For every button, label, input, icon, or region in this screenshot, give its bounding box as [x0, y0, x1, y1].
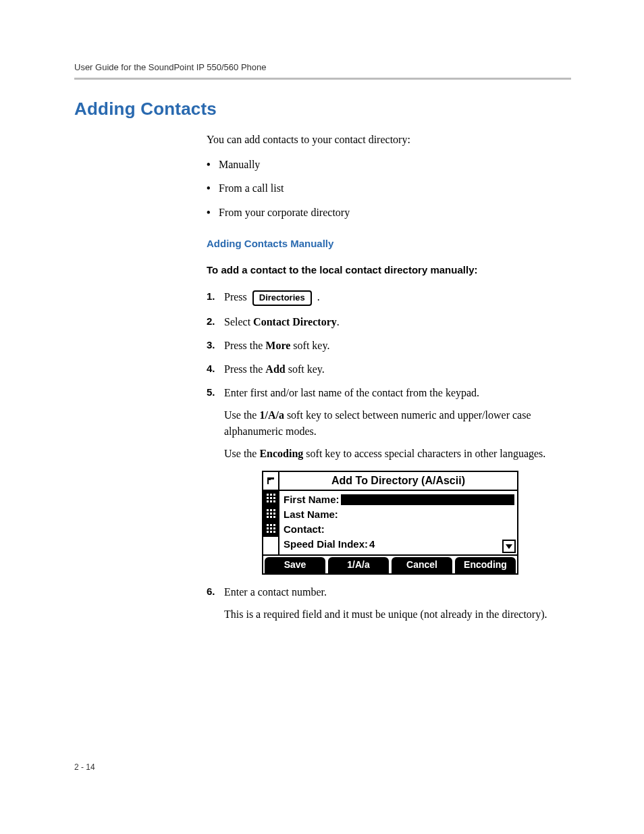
- field-first-name: First Name:: [284, 492, 514, 507]
- step-text: Use the: [224, 448, 259, 459]
- step-bold: Add: [265, 363, 285, 375]
- softkey-cancel: Cancel: [392, 557, 452, 573]
- bullet-list: Manually From a call list From your corp…: [207, 157, 571, 220]
- step-bold: 1/A/a: [259, 409, 284, 421]
- step-text: Use the: [224, 409, 259, 421]
- step-3: Press the More soft key.: [207, 338, 571, 353]
- content-block: You can add contacts to your contact dir…: [207, 132, 571, 622]
- phone-screenshot: Add To Directory (A/Ascii): [262, 471, 571, 575]
- step-text: soft key.: [286, 363, 325, 375]
- keypad-icon: [263, 491, 278, 506]
- step-bold: Encoding: [259, 448, 303, 459]
- bullet-item: Manually: [207, 157, 571, 172]
- step-text: Press: [224, 291, 247, 303]
- softkey-save: Save: [265, 557, 325, 573]
- field-speed-dial: Speed Dial Index: 4: [284, 537, 514, 552]
- handset-icon: [263, 472, 279, 490]
- field-label: First Name:: [284, 492, 340, 507]
- document-page: User Guide for the SoundPoint IP 550/560…: [0, 0, 644, 834]
- field-value-selected: [341, 494, 514, 505]
- phone-fields: First Name: Last Name: Contact:: [279, 491, 517, 554]
- step-text: soft key.: [290, 340, 329, 351]
- step-list: Press Directories . Select Contact Direc…: [207, 289, 571, 623]
- field-contact: Contact:: [284, 522, 514, 537]
- step-text: .: [317, 291, 320, 303]
- keypad-icon: [263, 506, 278, 521]
- step-bold: Contact Directory: [253, 316, 337, 328]
- step-text: Enter first and/or last name of the cont…: [224, 387, 479, 398]
- step-text: Select: [224, 316, 253, 328]
- step-2: Select Contact Directory.: [207, 314, 571, 330]
- phone-screen: Add To Directory (A/Ascii): [262, 471, 518, 575]
- page-number: 2 - 14: [74, 762, 95, 772]
- step-text: soft key to access special characters in…: [303, 448, 545, 459]
- svg-rect-0: [271, 477, 274, 479]
- step-text: .: [337, 316, 340, 328]
- step-text: This is a required field and it must be …: [224, 606, 571, 622]
- directories-button: Directories: [252, 290, 312, 306]
- step-text: Press the: [224, 363, 265, 375]
- field-label: Last Name:: [284, 507, 338, 522]
- softkey-encoding: Encoding: [455, 557, 516, 573]
- header-rule: [74, 78, 571, 80]
- field-label: Contact:: [284, 522, 325, 537]
- scroll-down-icon: [502, 540, 516, 553]
- softkey-mode: 1/A/a: [328, 557, 389, 573]
- section-title: Adding Contacts: [74, 99, 571, 120]
- intro-text: You can add contacts to your contact dir…: [207, 132, 571, 147]
- phone-sidebar: [263, 491, 279, 554]
- step-5: Enter first and/or last name of the cont…: [207, 385, 571, 575]
- step-text: Enter a contact number.: [224, 586, 327, 598]
- field-label: Speed Dial Index:: [284, 537, 368, 552]
- step-text: Press the: [224, 340, 265, 351]
- bullet-item: From a call list: [207, 180, 571, 196]
- step-4: Press the Add soft key.: [207, 361, 571, 377]
- phone-title: Add To Directory (A/Ascii): [279, 472, 517, 490]
- field-value: 4: [369, 537, 375, 552]
- field-last-name: Last Name:: [284, 507, 514, 522]
- step-1: Press Directories .: [207, 289, 571, 306]
- keypad-icon: [263, 521, 278, 536]
- step-bold: More: [265, 340, 290, 351]
- instruction-heading: To add a contact to the local contact di…: [207, 264, 571, 276]
- step-6: Enter a contact number. This is a requir…: [207, 584, 571, 622]
- subsection-title: Adding Contacts Manually: [207, 238, 571, 249]
- softkey-row: Save 1/A/a Cancel Encoding: [263, 554, 517, 573]
- bullet-item: From your corporate directory: [207, 205, 571, 220]
- running-header: User Guide for the SoundPoint IP 550/560…: [74, 62, 571, 78]
